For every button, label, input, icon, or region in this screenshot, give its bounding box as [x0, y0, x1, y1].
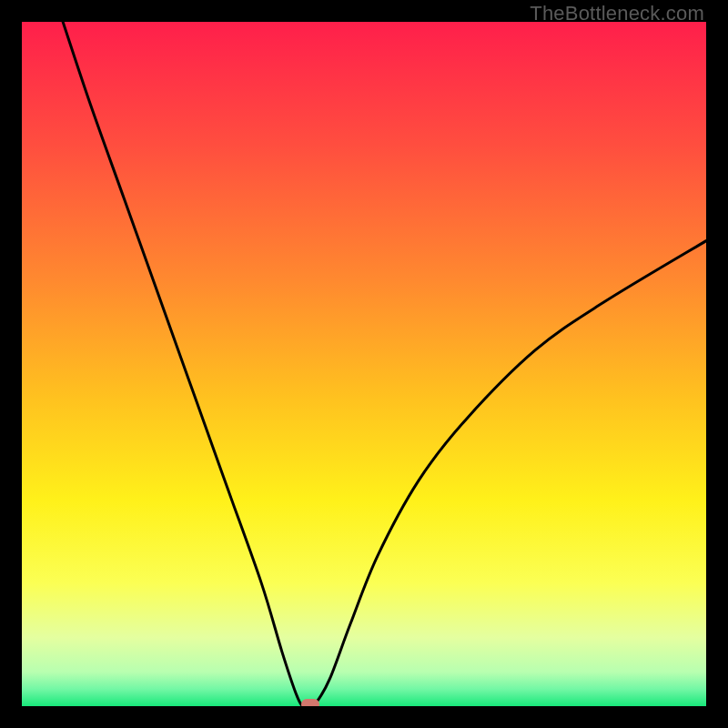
chart-frame: TheBottleneck.com — [0, 0, 728, 728]
optimum-marker — [301, 699, 319, 706]
plot-area — [22, 22, 706, 706]
curve-layer — [22, 22, 706, 706]
bottleneck-curve — [63, 22, 706, 706]
